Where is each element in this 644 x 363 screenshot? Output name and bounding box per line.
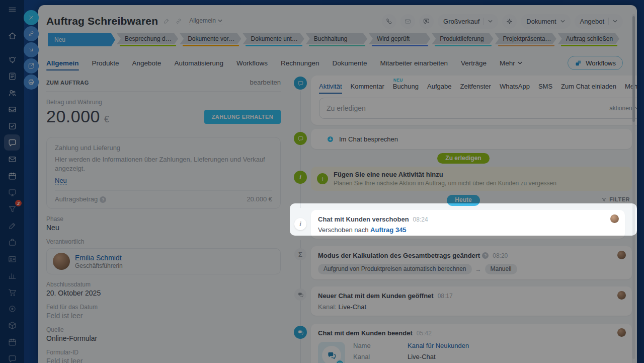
tab-produkte[interactable]: Produkte bbox=[92, 59, 119, 67]
chat-moved-card[interactable]: Chat mit Kunden verschoben08:24 Verschob… bbox=[311, 210, 625, 239]
ttab-buchung[interactable]: NEUBuchung bbox=[393, 83, 419, 90]
tab-rechnungen[interactable]: Rechnungen bbox=[281, 59, 319, 67]
info-green-icon: i bbox=[294, 171, 307, 184]
tab-dokumente[interactable]: Dokumente bbox=[333, 59, 367, 67]
link-icon[interactable] bbox=[175, 18, 182, 25]
panel-scrollbar-thumb[interactable] bbox=[632, 16, 635, 122]
chat-ended-card[interactable]: Chat mit dem Kunden beendet05:42 NameKan… bbox=[311, 324, 632, 363]
order-link[interactable]: Auftrag 345 bbox=[370, 226, 407, 234]
payment-new-link[interactable]: Neu bbox=[55, 177, 67, 185]
tab-mitarbeiter[interactable]: Mitarbeiter einarbeiten bbox=[380, 59, 448, 67]
briefcase-icon[interactable] bbox=[4, 234, 20, 250]
copy-link-button[interactable] bbox=[24, 26, 39, 41]
ttab-chat-einladen[interactable]: Zum Chat einladen bbox=[561, 83, 616, 90]
help-icon[interactable]: ? bbox=[482, 252, 489, 259]
calc-mode-card[interactable]: Modus der Kalkulation des Gesamtbetrags … bbox=[311, 246, 632, 279]
entry-chat-opened: Neuer Chat mit dem Kunden geöffnet08:17 … bbox=[290, 286, 637, 316]
stage-wird-geprueft[interactable]: Wird geprüft bbox=[369, 33, 430, 46]
target-icon[interactable] bbox=[4, 301, 20, 317]
stage-projektpraesentation[interactable]: Projektpräsentation bbox=[495, 33, 556, 46]
stage-dokumente-unterschreiben[interactable]: Dokumente unterschr... bbox=[243, 33, 304, 46]
livechat-badge-icon bbox=[336, 359, 344, 363]
entry-avatar bbox=[617, 251, 626, 259]
tab-allgemein[interactable]: Allgemein bbox=[46, 59, 79, 67]
responsible-role: Geschäftsführerin bbox=[75, 262, 123, 269]
field-close-date: Abschlussdatum 20. Oktober 2025 bbox=[46, 281, 281, 297]
edit-link[interactable]: bearbeiten bbox=[250, 79, 281, 86]
mail-icon[interactable] bbox=[4, 151, 20, 167]
ttab-aktivitaet[interactable]: Aktivität bbox=[319, 83, 342, 90]
payment-card-title: Zahlung und Lieferung bbox=[55, 144, 272, 152]
edit-title-icon[interactable] bbox=[163, 18, 170, 25]
chat-opened-card[interactable]: Neuer Chat mit dem Kunden geöffnet08:17 … bbox=[311, 286, 632, 316]
channel-link[interactable]: Kanal für Neukunden bbox=[408, 342, 469, 349]
tab-mehr[interactable]: Mehr bbox=[500, 59, 522, 67]
composer-card: Aktivität Kommentar NEUBuchung Aufgabe Z… bbox=[311, 76, 637, 125]
tab-workflows[interactable]: Workflows bbox=[236, 59, 268, 67]
chat-prompt-row: + Im Chat besprechen bbox=[290, 129, 637, 149]
users-icon[interactable] bbox=[4, 85, 20, 101]
pipeline-select[interactable]: Großverkauf bbox=[438, 14, 498, 29]
document-select[interactable]: Dokument bbox=[521, 14, 570, 29]
ttab-zeitfenster[interactable]: Zeitfenster bbox=[460, 83, 491, 90]
stage-neu[interactable]: Neu bbox=[46, 33, 115, 46]
calendar-icon[interactable] bbox=[4, 168, 20, 184]
ttab-kommentar[interactable]: Kommentar bbox=[351, 83, 384, 90]
chat-search-button[interactable] bbox=[419, 14, 434, 29]
help-icon[interactable]: ? bbox=[100, 196, 106, 203]
inbox-icon[interactable] bbox=[4, 101, 20, 117]
todo-input-box: aktionen bbox=[319, 98, 637, 119]
home-icon[interactable] bbox=[4, 28, 20, 44]
close-button[interactable] bbox=[24, 10, 39, 25]
chat-green-icon bbox=[294, 132, 307, 145]
add-activity-card[interactable]: Fügen Sie eine neue Aktivität hinzu Plan… bbox=[311, 167, 632, 191]
app-sidebar: 2 bbox=[0, 0, 24, 363]
ttab-whatsapp[interactable]: WhatsApp bbox=[500, 83, 530, 90]
todo-input[interactable] bbox=[327, 104, 609, 112]
field-phase: Phase Neu bbox=[46, 215, 281, 232]
stage-dokumente-vorbereiten[interactable]: Dokumente vorbereiten bbox=[180, 33, 241, 46]
calendar-alt-icon[interactable] bbox=[4, 334, 20, 350]
tab-angebote[interactable]: Angebote bbox=[132, 59, 162, 67]
ttab-sms[interactable]: SMS bbox=[538, 83, 552, 90]
stage-buchhaltung[interactable]: Buchhaltung bbox=[306, 33, 367, 46]
entry-title: Chat mit Kunden verschoben bbox=[318, 215, 409, 223]
notification-badge: 2 bbox=[15, 200, 22, 206]
chat-icon[interactable] bbox=[4, 134, 20, 151]
tasks-icon[interactable] bbox=[4, 118, 20, 134]
payment-card-description: Hier werden die Informationen über Zahlu… bbox=[55, 155, 272, 173]
tab-vertraege[interactable]: Verträge bbox=[461, 59, 487, 67]
phone-button[interactable] bbox=[382, 14, 396, 29]
responsible-card[interactable]: Emilia Schmidt Geschäftsführerin bbox=[46, 248, 281, 274]
monitor-icon[interactable] bbox=[4, 184, 20, 200]
tab-automatisierung[interactable]: Automatisierung bbox=[174, 59, 223, 67]
funnel-icon[interactable]: 2 bbox=[4, 201, 20, 217]
chat-alt-icon[interactable] bbox=[4, 350, 20, 363]
context-dropdown[interactable]: Allgemein bbox=[189, 17, 222, 25]
chart-icon[interactable] bbox=[4, 267, 20, 283]
settings-gear-button[interactable] bbox=[502, 14, 517, 29]
ttab-aufgabe[interactable]: Aufgabe bbox=[427, 83, 451, 90]
mail-button[interactable] bbox=[400, 14, 415, 29]
open-new-window-button[interactable] bbox=[24, 58, 39, 74]
offer-select[interactable]: Angebot bbox=[575, 14, 623, 29]
channel-line: Kanal: Live-Chat bbox=[318, 303, 625, 311]
cart-icon[interactable] bbox=[4, 284, 20, 300]
filter-button[interactable]: FILTER bbox=[601, 196, 630, 202]
pen-icon[interactable] bbox=[4, 217, 20, 234]
chat-prompt-card[interactable]: + Im Chat besprechen bbox=[311, 129, 632, 149]
responsible-name[interactable]: Emilia Schmidt bbox=[75, 254, 123, 262]
print-button[interactable] bbox=[24, 75, 39, 90]
ttab-mehr[interactable]: Mehr bbox=[625, 83, 637, 90]
stage-besprechung[interactable]: Besprechung der Bes... bbox=[117, 33, 178, 46]
payment-received-button[interactable]: ZAHLUNG ERHALTEN bbox=[204, 110, 281, 124]
stage-auftrag-schliessen[interactable]: Auftrag schließen bbox=[558, 33, 619, 46]
menu-icon[interactable] bbox=[4, 2, 20, 18]
box-icon[interactable] bbox=[4, 317, 20, 333]
stage-produktlieferung[interactable]: Produktlieferung bbox=[432, 33, 493, 46]
orbit-icon[interactable] bbox=[4, 51, 20, 67]
workflows-button[interactable]: Workflows bbox=[568, 56, 623, 70]
contact-card-icon[interactable] bbox=[4, 251, 20, 267]
news-icon[interactable] bbox=[4, 68, 20, 84]
download-button[interactable] bbox=[24, 42, 39, 57]
